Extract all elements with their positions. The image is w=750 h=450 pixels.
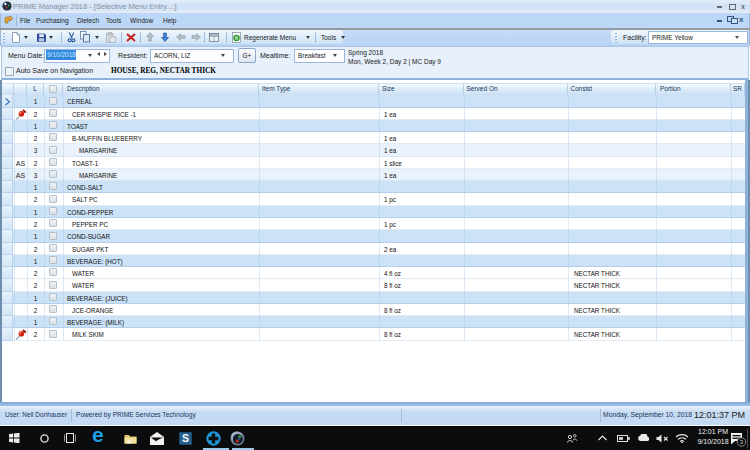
svg-text:S: S	[182, 432, 189, 444]
